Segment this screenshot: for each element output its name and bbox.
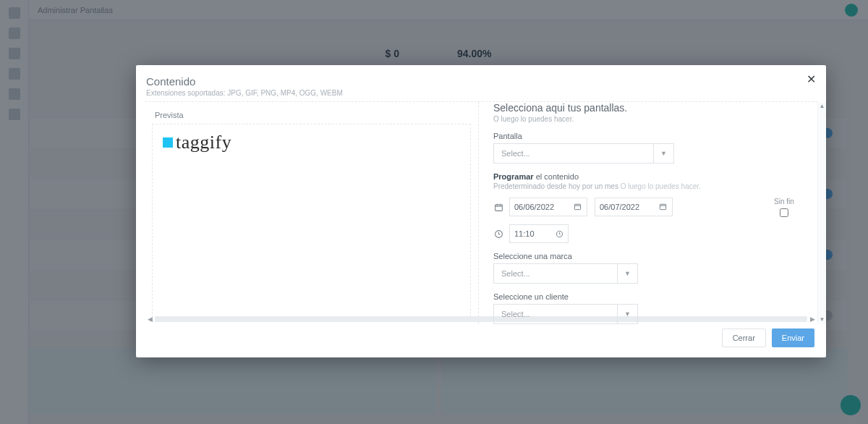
preview-column: Prevista taggify ◀ ▶ — [145, 102, 479, 324]
form-column: Selecciona aqui tus pantallas. O luego l… — [479, 102, 826, 324]
scroll-up-icon[interactable]: ▲ — [818, 102, 826, 111]
screens-section-sub: O luego lo puedes hacer. — [493, 115, 813, 123]
time-value: 11:10 — [514, 229, 535, 238]
svg-rect-0 — [495, 204, 502, 211]
preview-label: Prevista — [145, 102, 478, 124]
modal-header: Contenido Extensiones soportadas: JPG, G… — [146, 75, 343, 97]
modal-body: Prevista taggify ◀ ▶ Selecciona aqui tus… — [145, 101, 817, 324]
calendar-icon[interactable] — [574, 203, 582, 211]
marca-value: Select... — [494, 269, 617, 278]
programar-sub: Predeterminado desde hoy por un mes O lu… — [493, 182, 813, 190]
chevron-down-icon[interactable]: ▼ — [617, 264, 637, 283]
modal-title: Contenido — [146, 75, 343, 88]
cliente-label: Seleccione un cliente — [493, 292, 813, 301]
close-icon[interactable]: ✕ — [807, 72, 816, 86]
scroll-left-icon[interactable]: ◀ — [145, 315, 155, 323]
date-from-field[interactable]: 06/06/2022 — [493, 198, 587, 216]
pantalla-select[interactable]: Select... ▼ — [493, 143, 674, 164]
pantalla-value: Select... — [494, 149, 653, 158]
pantalla-label: Pantalla — [493, 132, 813, 140]
close-button[interactable]: Cerrar — [722, 328, 766, 347]
time-field[interactable]: 11:10 — [493, 224, 813, 243]
sinfin-checkbox[interactable] — [780, 208, 788, 217]
preview-area[interactable]: taggify — [152, 124, 471, 321]
screens-section-title: Selecciona aqui tus pantallas. — [493, 102, 813, 114]
scroll-down-icon[interactable]: ▼ — [818, 315, 826, 324]
form-vertical-scrollbar[interactable]: ▲ ▼ — [817, 102, 826, 324]
calendar-icon — [493, 202, 503, 212]
cliente-select[interactable]: Select... ▼ — [493, 304, 638, 324]
modal-footer: Cerrar Enviar — [722, 328, 814, 347]
svg-rect-1 — [574, 204, 580, 209]
date-from-value: 06/06/2022 — [514, 203, 554, 211]
modal-subtitle: Extensiones soportadas: JPG, GIF, PNG, M… — [146, 89, 343, 97]
logo-text: taggify — [176, 132, 231, 153]
logo-mark-icon — [163, 137, 173, 148]
content-modal: ✕ Contenido Extensiones soportadas: JPG,… — [136, 65, 826, 357]
date-to-field[interactable]: 06/07/2022 — [595, 198, 673, 216]
cliente-value: Select... — [494, 310, 617, 318]
svg-rect-2 — [660, 204, 665, 209]
clock-icon — [493, 229, 503, 239]
sinfin-group: Sin fin — [774, 198, 794, 217]
chevron-down-icon[interactable]: ▼ — [617, 305, 637, 323]
preview-logo: taggify — [163, 132, 231, 153]
programar-label: Programar el contenido — [493, 172, 813, 181]
clock-icon[interactable] — [556, 230, 563, 238]
calendar-icon[interactable] — [659, 203, 668, 211]
sinfin-label: Sin fin — [774, 198, 794, 205]
marca-label: Seleccione una marca — [493, 252, 813, 260]
submit-button[interactable]: Enviar — [772, 328, 814, 347]
chevron-down-icon[interactable]: ▼ — [653, 144, 673, 163]
marca-select[interactable]: Select... ▼ — [493, 263, 638, 284]
date-to-value: 06/07/2022 — [600, 203, 639, 211]
date-row: 06/06/2022 06/07/2022 — [493, 198, 813, 217]
